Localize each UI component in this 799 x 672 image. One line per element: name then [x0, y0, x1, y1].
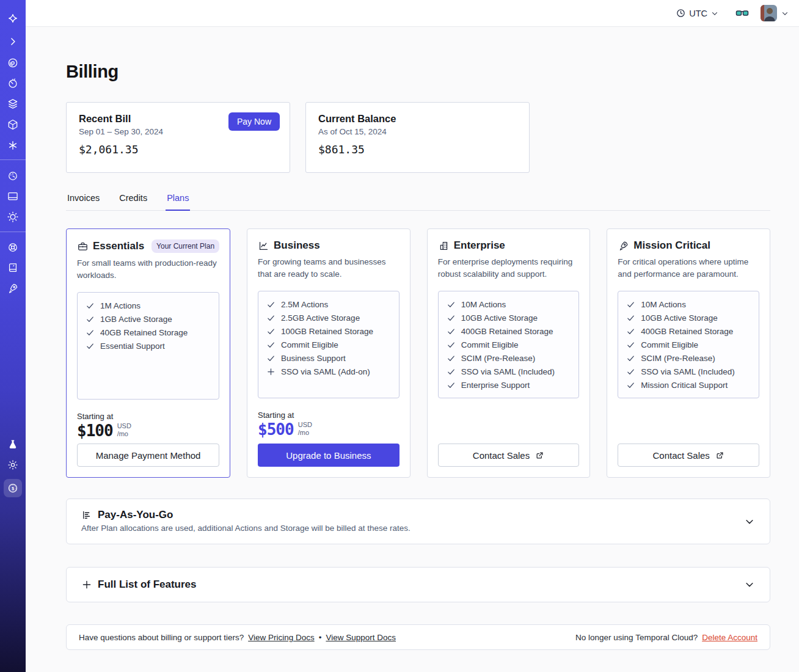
check-icon	[626, 300, 635, 309]
feature-item: 400GB Retained Storage	[626, 325, 751, 338]
book-icon[interactable]	[7, 261, 19, 274]
feature-text: 1M Actions	[100, 301, 140, 310]
plus-icon	[81, 579, 92, 590]
paygo-chart-icon	[81, 509, 92, 520]
plan-description: For enterprise deployments requiring rob…	[438, 256, 580, 281]
paygo-accordion[interactable]: Pay-As-You-Go After Plan allocations are…	[66, 499, 770, 544]
chevron-down-icon[interactable]	[744, 579, 755, 590]
asterisk-icon[interactable]	[7, 139, 19, 152]
button-label: Manage Payment Method	[96, 450, 201, 461]
feature-item: Essential Support	[86, 340, 211, 353]
feature-text: SCIM (Pre-Release)	[641, 354, 715, 363]
disc-icon[interactable]	[7, 57, 19, 69]
feature-text: 10M Actions	[641, 300, 686, 309]
window-card-icon[interactable]	[7, 190, 19, 202]
check-icon	[86, 301, 95, 310]
manage-payment-button[interactable]: Manage Payment Method	[77, 444, 219, 467]
contact-sales-button[interactable]: Contact Sales	[438, 444, 580, 467]
feature-text: 10GB Active Storage	[641, 313, 717, 323]
gear-icon[interactable]	[7, 211, 19, 223]
feature-item: SSO via SAML (Add-on)	[266, 365, 391, 379]
price-block: Starting at $500 USD /mo	[258, 411, 400, 439]
dollar-coin-icon[interactable]: $	[4, 479, 22, 497]
plan-name: Business	[274, 239, 320, 252]
feature-text: 400GB Retained Storage	[461, 327, 553, 336]
current-balance-card: Current Balance As of Oct 15, 2024 $861.…	[305, 102, 530, 173]
gauge-icon[interactable]	[7, 170, 19, 182]
summary-row: Recent Bill Sep 01 – Sep 30, 2024 $2,061…	[66, 102, 770, 173]
plan-card-enterprise: Enterprise For enterprise deployments re…	[427, 228, 591, 478]
plan-name: Essentials	[93, 240, 144, 252]
price-currency: USD	[117, 422, 131, 430]
chevron-down-icon[interactable]	[744, 516, 755, 527]
timer-icon[interactable]	[7, 78, 19, 90]
glasses-icon[interactable]	[735, 6, 750, 21]
paygo-title: Pay-As-You-Go	[98, 509, 173, 521]
chevron-down-icon	[781, 9, 789, 18]
svg-text:$: $	[12, 486, 15, 491]
support-docs-link[interactable]: View Support Docs	[326, 633, 396, 642]
layers-icon[interactable]	[7, 98, 19, 110]
check-icon	[266, 300, 275, 309]
recent-bill-card: Recent Bill Sep 01 – Sep 30, 2024 $2,061…	[66, 102, 290, 173]
button-label: Contact Sales	[473, 450, 530, 461]
account-menu[interactable]	[761, 5, 789, 21]
current-balance-asof: As of Oct 15, 2024	[318, 127, 517, 136]
check-icon	[447, 340, 456, 349]
plan-card-essentials: Essentials Your Current Plan For small t…	[66, 228, 230, 478]
external-link-icon	[715, 451, 724, 460]
check-icon	[447, 354, 456, 363]
feature-item: 2.5GB Active Storage	[266, 312, 391, 325]
feature-text: 400GB Retained Storage	[641, 327, 733, 336]
feature-text: SSO via SAML (Included)	[461, 367, 555, 376]
cube-icon[interactable]	[7, 119, 19, 131]
chart-line-icon	[258, 240, 269, 252]
feature-text: SSO via SAML (Included)	[641, 367, 734, 376]
tab-credits[interactable]: Credits	[118, 193, 148, 210]
check-icon	[447, 367, 456, 376]
sidebar-divider	[0, 232, 26, 232]
chevron-right-icon[interactable]	[7, 35, 19, 48]
sidebar-divider	[0, 159, 26, 160]
check-icon	[626, 381, 635, 390]
chevron-down-icon	[710, 9, 719, 18]
rocket-icon[interactable]	[7, 282, 19, 294]
sun-icon[interactable]	[7, 459, 19, 471]
check-icon	[626, 313, 635, 323]
check-icon	[266, 340, 275, 349]
temporal-logo-icon[interactable]	[7, 12, 19, 24]
feature-text: 2.5GB Active Storage	[281, 313, 360, 323]
paygo-subtitle: After Plan allocations are used, additio…	[81, 524, 755, 533]
plan-name: Enterprise	[454, 239, 505, 252]
price-label: Starting at	[77, 412, 219, 421]
tab-plans[interactable]: Plans	[166, 193, 190, 211]
feature-text: Essential Support	[100, 341, 165, 351]
price-period: /mo	[298, 429, 312, 437]
feature-item: SCIM (Pre-Release)	[626, 352, 751, 365]
footer-bullet: •	[319, 633, 322, 642]
main-content: Billing Recent Bill Sep 01 – Sep 30, 202…	[26, 27, 799, 650]
plans-row: Essentials Your Current Plan For small t…	[66, 228, 770, 478]
delete-account-link[interactable]: Delete Account	[702, 633, 757, 642]
check-icon	[447, 327, 456, 336]
check-icon	[447, 300, 456, 309]
feature-text: 2.5M Actions	[281, 300, 328, 309]
feature-item: 2.5M Actions	[266, 298, 391, 312]
check-icon	[86, 328, 95, 337]
clock-icon	[676, 8, 686, 18]
features-accordion[interactable]: Full List of Features	[66, 567, 770, 602]
pay-now-button[interactable]: Pay Now	[228, 112, 280, 131]
feature-item: 1GB Active Storage	[86, 313, 211, 326]
feature-text: 1GB Active Storage	[100, 315, 172, 324]
upgrade-business-button[interactable]: Upgrade to Business	[258, 444, 400, 467]
flask-icon[interactable]	[7, 439, 19, 451]
timezone-selector[interactable]: UTC	[676, 8, 719, 18]
current-balance-title: Current Balance	[318, 113, 517, 125]
button-label: Contact Sales	[652, 450, 709, 461]
lifebuoy-icon[interactable]	[7, 241, 19, 254]
contact-sales-button[interactable]: Contact Sales	[618, 444, 759, 467]
tab-invoices[interactable]: Invoices	[66, 193, 101, 210]
pricing-docs-link[interactable]: View Pricing Docs	[248, 633, 315, 642]
price-block: Starting at $100 USD /mo	[77, 412, 219, 440]
page-title: Billing	[66, 62, 770, 82]
